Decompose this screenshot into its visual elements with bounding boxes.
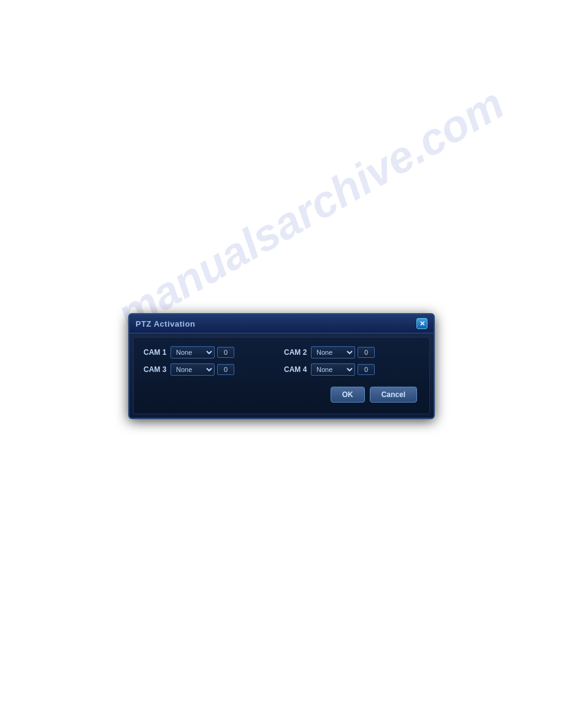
dialog-overlay: PTZ Activation ✕ CAM 1 None Preset Tour …	[128, 313, 435, 419]
cam1-row: CAM 1 None Preset Tour Pattern	[144, 346, 279, 358]
watermark: manualsarchive.com	[109, 78, 512, 339]
cam3-label: CAM 3	[144, 365, 168, 374]
close-button[interactable]: ✕	[416, 318, 427, 329]
cam3-row: CAM 3 None Preset Tour Pattern	[144, 363, 279, 376]
cam2-label: CAM 2	[284, 348, 308, 357]
ok-button[interactable]: OK	[331, 387, 365, 403]
dialog-titlebar: PTZ Activation ✕	[129, 314, 434, 333]
cam1-select[interactable]: None Preset Tour Pattern	[170, 346, 215, 358]
cam3-select[interactable]: None Preset Tour Pattern	[170, 363, 215, 376]
cam1-label: CAM 1	[144, 348, 168, 357]
cam3-number-input[interactable]	[217, 364, 234, 375]
dialog-title: PTZ Activation	[136, 319, 196, 328]
cam1-number-input[interactable]	[217, 347, 234, 358]
cancel-button[interactable]: Cancel	[370, 387, 417, 403]
ptz-activation-dialog: PTZ Activation ✕ CAM 1 None Preset Tour …	[128, 313, 435, 419]
dialog-body: CAM 1 None Preset Tour Pattern CAM 2 Non…	[133, 337, 430, 414]
cam2-number-input[interactable]	[358, 347, 375, 358]
cam2-select[interactable]: None Preset Tour Pattern	[311, 346, 355, 358]
cam-grid: CAM 1 None Preset Tour Pattern CAM 2 Non…	[144, 346, 419, 376]
cam2-row: CAM 2 None Preset Tour Pattern	[284, 346, 419, 358]
cam4-label: CAM 4	[284, 365, 308, 374]
cam4-row: CAM 4 None Preset Tour Pattern	[284, 363, 419, 376]
cam4-number-input[interactable]	[358, 364, 375, 375]
cam4-select[interactable]: None Preset Tour Pattern	[311, 363, 355, 376]
dialog-footer: OK Cancel	[144, 384, 419, 405]
